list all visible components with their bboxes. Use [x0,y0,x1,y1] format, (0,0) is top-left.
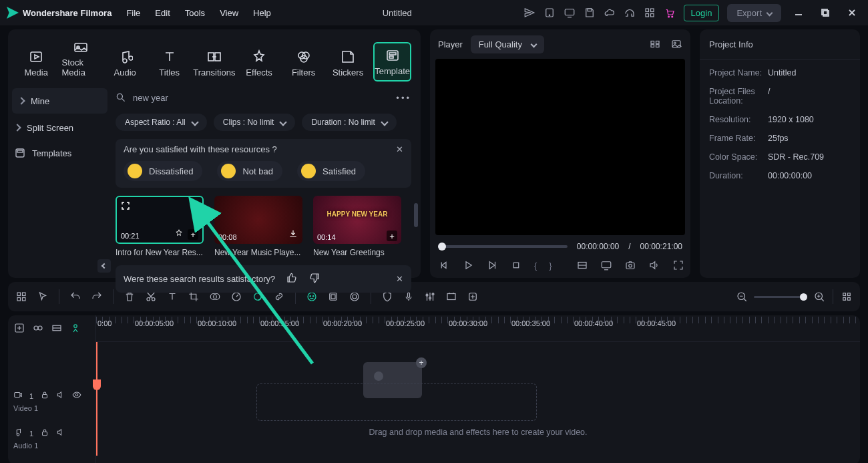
more-menu-icon[interactable]: ••• [396,93,411,103]
window-maximize-icon[interactable] [820,7,831,18]
filter-duration[interactable]: Duration : No limit [302,114,396,131]
grid-icon[interactable] [649,38,661,50]
feedback-satisfied[interactable]: Satisfied [297,161,365,181]
close-icon[interactable]: ✕ [396,274,403,284]
sidebar-item-split-screen[interactable]: Split Screen [8,115,112,140]
aspect-ratio-icon[interactable] [576,259,588,271]
device-icon[interactable] [544,7,556,19]
menu-edit[interactable]: Edit [155,8,170,18]
send-icon[interactable] [523,7,535,19]
display-icon[interactable] [600,259,612,271]
filter-clips[interactable]: Clips : No limit [214,114,296,131]
close-icon[interactable]: ✕ [396,144,403,154]
zoom-in-icon[interactable] [813,290,826,303]
zoom-slider[interactable] [754,296,807,298]
playhead[interactable] [96,342,97,456]
auto-ripple-icon[interactable] [69,322,81,336]
save-icon[interactable] [584,7,596,19]
hide-tracks-icon[interactable] [51,322,63,336]
mute-icon[interactable] [56,390,65,402]
template-card[interactable]: 00:08 New Year Music Playe... [214,196,302,257]
seek-knob[interactable] [438,243,446,251]
quality-selector[interactable]: Full Quality [471,35,544,53]
scrollbar[interactable] [414,203,418,227]
export-range-icon[interactable] [445,290,458,303]
favorite-icon[interactable] [174,228,184,240]
tab-media[interactable]: Media [17,45,55,82]
arrange-icon[interactable] [15,290,28,303]
mark-in-icon[interactable]: { [534,261,537,271]
window-minimize-icon[interactable] [793,7,804,18]
play-icon[interactable] [462,259,474,271]
tab-effects[interactable]: Effects [240,45,278,82]
menu-help[interactable]: Help [253,8,271,18]
volume-icon[interactable] [648,259,660,271]
snapshot-icon[interactable] [624,259,636,271]
time-ruler[interactable]: 0:00 00:00:05:00 00:00:10:00 00:00:15:00… [96,317,860,342]
tab-filters[interactable]: Filters [284,45,322,82]
template-card[interactable]: ⋮ 00:21 + Intro for New Year Res... [116,196,204,257]
next-frame-icon[interactable] [486,259,498,271]
filter-aspect-ratio[interactable]: Aspect Ratio : All [116,114,207,131]
tracks-area[interactable]: + Drag and drop media and effects here t… [96,342,860,456]
cart-icon[interactable] [664,7,676,19]
export-button[interactable]: Export [727,4,781,22]
sidebar-item-templates[interactable]: Templates [8,140,112,166]
mute-icon[interactable] [56,428,65,439]
login-button[interactable]: Login [684,5,720,21]
seek-bar[interactable] [438,245,568,248]
tab-template[interactable]: Template [373,42,411,82]
mixer-icon[interactable] [423,290,437,303]
stop-icon[interactable] [510,259,522,271]
add-to-timeline-button[interactable]: + [387,230,397,241]
thumbs-up-icon[interactable] [286,272,298,286]
monitor-icon[interactable] [564,7,576,19]
add-track-icon[interactable] [13,322,25,336]
view-settings-icon[interactable] [840,290,853,303]
tab-titles[interactable]: Titles [150,45,188,82]
sidebar-item-mine[interactable]: Mine [12,88,107,114]
menu-file[interactable]: File [126,8,140,18]
drop-zone[interactable] [256,383,537,421]
headphones-icon[interactable] [624,7,636,19]
menu-tools[interactable]: Tools [185,8,205,18]
zoom-knob[interactable] [800,293,807,301]
playhead-knob[interactable] [93,379,101,390]
visibility-icon[interactable] [72,390,81,402]
preview-canvas[interactable] [435,59,685,235]
card-menu-icon[interactable]: ⋮ [190,201,198,211]
zoom-out-icon[interactable] [735,290,748,303]
tab-transitions[interactable]: Transitions [195,45,234,82]
tab-stickers[interactable]: Stickers [329,45,367,82]
expand-icon[interactable] [121,201,130,212]
tab-audio[interactable]: Audio [106,45,144,82]
pointer-icon[interactable] [36,290,49,303]
svg-rect-3 [588,9,592,11]
add-to-timeline-button[interactable]: + [188,229,198,240]
cloud-icon[interactable] [604,7,616,19]
tab-stock-media[interactable]: Stock Media [61,35,99,82]
redo-icon[interactable] [90,290,103,303]
prev-frame-icon[interactable] [438,259,450,271]
template-card[interactable]: HAPPY NEW YEAR 00:14 + New Year Greeting… [313,196,401,257]
feedback-notbad[interactable]: Not bad [217,161,282,181]
timeline-tracks[interactable]: 0:00 00:00:05:00 00:00:10:00 00:00:15:00… [96,315,860,463]
search-input[interactable]: new year [116,92,168,103]
lock-icon[interactable] [40,428,49,439]
image-icon[interactable] [670,38,682,50]
thumbs-down-icon[interactable] [308,272,320,286]
fullscreen-icon[interactable] [672,259,684,271]
feedback-dissatisfied[interactable]: Dissatisfied [124,161,202,181]
collapse-sidebar-button[interactable] [97,259,111,273]
undo-icon[interactable] [69,290,82,303]
svg-rect-43 [23,298,26,301]
apps-icon[interactable] [644,7,656,19]
mark-out-icon[interactable]: } [549,261,552,271]
audio-icon [117,49,133,65]
download-icon[interactable] [288,228,298,241]
marker-icon[interactable] [466,290,479,303]
link-tracks-icon[interactable] [32,322,44,336]
window-close-icon[interactable] [847,7,857,18]
menu-view[interactable]: View [220,8,238,18]
lock-icon[interactable] [40,390,49,402]
